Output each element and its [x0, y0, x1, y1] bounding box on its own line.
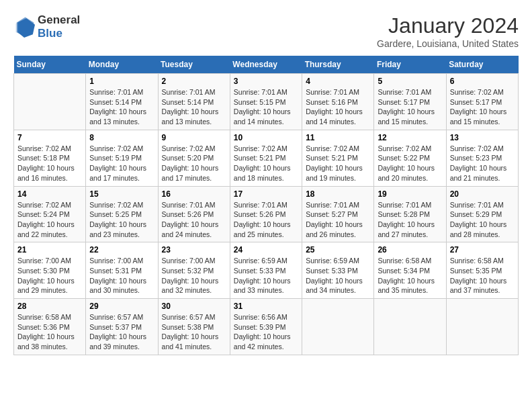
day-info: Sunrise: 7:01 AM Sunset: 5:28 PM Dayligh… [378, 200, 442, 240]
day-info: Sunrise: 6:59 AM Sunset: 5:33 PM Dayligh… [234, 256, 298, 295]
day-number: 2 [162, 77, 226, 86]
day-number: 5 [378, 77, 442, 86]
day-info: Sunrise: 7:01 AM Sunset: 5:29 PM Dayligh… [450, 200, 515, 240]
calendar-cell: 25Sunrise: 6:59 AM Sunset: 5:33 PM Dayli… [302, 242, 374, 299]
calendar-cell: 29Sunrise: 6:57 AM Sunset: 5:37 PM Dayli… [86, 299, 158, 355]
day-number: 29 [89, 302, 154, 311]
column-header-sunday: Sunday [14, 56, 86, 74]
column-header-monday: Monday [86, 56, 158, 74]
calendar-cell [374, 299, 446, 355]
calendar-cell [446, 299, 518, 355]
day-number: 15 [89, 189, 154, 199]
day-info: Sunrise: 7:01 AM Sunset: 5:26 PM Dayligh… [234, 200, 298, 240]
calendar-cell: 21Sunrise: 7:00 AM Sunset: 5:30 PM Dayli… [14, 242, 86, 299]
week-row-1: 1Sunrise: 7:01 AM Sunset: 5:14 PM Daylig… [14, 74, 519, 130]
day-number: 31 [234, 302, 298, 311]
day-info: Sunrise: 7:01 AM Sunset: 5:26 PM Dayligh… [162, 200, 226, 240]
calendar-cell: 27Sunrise: 6:58 AM Sunset: 5:35 PM Dayli… [446, 242, 518, 299]
day-number: 6 [450, 77, 515, 86]
calendar-cell: 9Sunrise: 7:02 AM Sunset: 5:20 PM Daylig… [158, 130, 230, 186]
day-number: 26 [378, 245, 442, 255]
calendar-cell: 5Sunrise: 7:01 AM Sunset: 5:17 PM Daylig… [374, 74, 446, 130]
day-number: 9 [162, 133, 226, 142]
calendar-cell: 24Sunrise: 6:59 AM Sunset: 5:33 PM Dayli… [230, 242, 302, 299]
day-info: Sunrise: 7:00 AM Sunset: 5:30 PM Dayligh… [17, 256, 82, 295]
day-info: Sunrise: 6:57 AM Sunset: 5:38 PM Dayligh… [162, 312, 226, 352]
day-info: Sunrise: 6:58 AM Sunset: 5:34 PM Dayligh… [378, 256, 442, 295]
day-number: 23 [162, 245, 226, 255]
day-number: 13 [450, 133, 515, 142]
day-number: 19 [378, 189, 442, 199]
day-info: Sunrise: 7:02 AM Sunset: 5:20 PM Dayligh… [162, 144, 226, 183]
calendar-cell: 3Sunrise: 7:01 AM Sunset: 5:15 PM Daylig… [230, 74, 302, 130]
calendar-cell: 16Sunrise: 7:01 AM Sunset: 5:26 PM Dayli… [158, 186, 230, 242]
calendar-cell: 10Sunrise: 7:02 AM Sunset: 5:21 PM Dayli… [230, 130, 302, 186]
day-info: Sunrise: 6:58 AM Sunset: 5:35 PM Dayligh… [450, 256, 515, 295]
day-number: 11 [306, 133, 370, 142]
month-title: January 2024 [377, 13, 519, 38]
calendar-cell: 17Sunrise: 7:01 AM Sunset: 5:26 PM Dayli… [230, 186, 302, 242]
calendar-cell [302, 299, 374, 355]
page-header: General Blue January 2024 Gardere, Louis… [13, 13, 519, 49]
day-number: 25 [306, 245, 370, 255]
calendar-cell: 6Sunrise: 7:02 AM Sunset: 5:17 PM Daylig… [446, 74, 518, 130]
day-info: Sunrise: 6:59 AM Sunset: 5:33 PM Dayligh… [306, 256, 370, 295]
day-info: Sunrise: 7:01 AM Sunset: 5:27 PM Dayligh… [306, 200, 370, 240]
day-info: Sunrise: 7:02 AM Sunset: 5:25 PM Dayligh… [89, 200, 154, 240]
day-number: 21 [17, 245, 82, 255]
day-number: 10 [234, 133, 298, 142]
calendar-cell [14, 74, 86, 130]
calendar-cell: 28Sunrise: 6:58 AM Sunset: 5:36 PM Dayli… [14, 299, 86, 355]
day-info: Sunrise: 6:58 AM Sunset: 5:36 PM Dayligh… [17, 312, 82, 352]
header-row: SundayMondayTuesdayWednesdayThursdayFrid… [14, 56, 519, 74]
calendar-cell: 12Sunrise: 7:02 AM Sunset: 5:22 PM Dayli… [374, 130, 446, 186]
calendar-cell: 2Sunrise: 7:01 AM Sunset: 5:14 PM Daylig… [158, 74, 230, 130]
day-number: 18 [306, 189, 370, 199]
day-info: Sunrise: 6:57 AM Sunset: 5:37 PM Dayligh… [89, 312, 154, 352]
day-number: 3 [234, 77, 298, 86]
calendar-cell: 8Sunrise: 7:02 AM Sunset: 5:19 PM Daylig… [86, 130, 158, 186]
location-subtitle: Gardere, Louisiana, United States [377, 38, 519, 49]
day-info: Sunrise: 7:02 AM Sunset: 5:19 PM Dayligh… [89, 144, 154, 183]
column-header-friday: Friday [374, 56, 446, 74]
week-row-5: 28Sunrise: 6:58 AM Sunset: 5:36 PM Dayli… [14, 299, 519, 355]
day-number: 20 [450, 189, 515, 199]
day-number: 30 [162, 302, 226, 311]
calendar-cell: 23Sunrise: 7:00 AM Sunset: 5:32 PM Dayli… [158, 242, 230, 299]
column-header-tuesday: Tuesday [158, 56, 230, 74]
day-number: 8 [89, 133, 154, 142]
logo-general-text: General [38, 13, 80, 27]
week-row-3: 14Sunrise: 7:02 AM Sunset: 5:24 PM Dayli… [14, 186, 519, 242]
calendar-cell: 15Sunrise: 7:02 AM Sunset: 5:25 PM Dayli… [86, 186, 158, 242]
day-info: Sunrise: 7:02 AM Sunset: 5:18 PM Dayligh… [17, 144, 82, 183]
day-info: Sunrise: 7:00 AM Sunset: 5:31 PM Dayligh… [89, 256, 154, 295]
column-header-thursday: Thursday [302, 56, 374, 74]
day-info: Sunrise: 7:00 AM Sunset: 5:32 PM Dayligh… [162, 256, 226, 295]
day-info: Sunrise: 7:01 AM Sunset: 5:15 PM Dayligh… [234, 87, 298, 127]
day-info: Sunrise: 7:02 AM Sunset: 5:21 PM Dayligh… [234, 144, 298, 183]
logo-text: General Blue [38, 13, 80, 40]
logo: General Blue [13, 13, 80, 40]
day-number: 24 [234, 245, 298, 255]
day-info: Sunrise: 7:01 AM Sunset: 5:16 PM Dayligh… [306, 87, 370, 127]
day-info: Sunrise: 7:01 AM Sunset: 5:14 PM Dayligh… [89, 87, 154, 127]
day-info: Sunrise: 7:01 AM Sunset: 5:14 PM Dayligh… [162, 87, 226, 127]
week-row-4: 21Sunrise: 7:00 AM Sunset: 5:30 PM Dayli… [14, 242, 519, 299]
calendar-cell: 30Sunrise: 6:57 AM Sunset: 5:38 PM Dayli… [158, 299, 230, 355]
day-number: 28 [17, 302, 82, 311]
day-info: Sunrise: 7:02 AM Sunset: 5:21 PM Dayligh… [306, 144, 370, 183]
week-row-2: 7Sunrise: 7:02 AM Sunset: 5:18 PM Daylig… [14, 130, 519, 186]
title-block: January 2024 Gardere, Louisiana, United … [377, 13, 519, 49]
calendar-cell: 20Sunrise: 7:01 AM Sunset: 5:29 PM Dayli… [446, 186, 518, 242]
logo-blue-text: Blue [38, 27, 80, 40]
calendar-cell: 31Sunrise: 6:56 AM Sunset: 5:39 PM Dayli… [230, 299, 302, 355]
day-number: 16 [162, 189, 226, 199]
calendar-cell: 1Sunrise: 7:01 AM Sunset: 5:14 PM Daylig… [86, 74, 158, 130]
day-info: Sunrise: 7:02 AM Sunset: 5:23 PM Dayligh… [450, 144, 515, 183]
day-number: 14 [17, 189, 82, 199]
calendar-cell: 26Sunrise: 6:58 AM Sunset: 5:34 PM Dayli… [374, 242, 446, 299]
day-number: 22 [89, 245, 154, 255]
calendar-cell: 11Sunrise: 7:02 AM Sunset: 5:21 PM Dayli… [302, 130, 374, 186]
calendar-cell: 19Sunrise: 7:01 AM Sunset: 5:28 PM Dayli… [374, 186, 446, 242]
day-number: 7 [17, 133, 82, 142]
